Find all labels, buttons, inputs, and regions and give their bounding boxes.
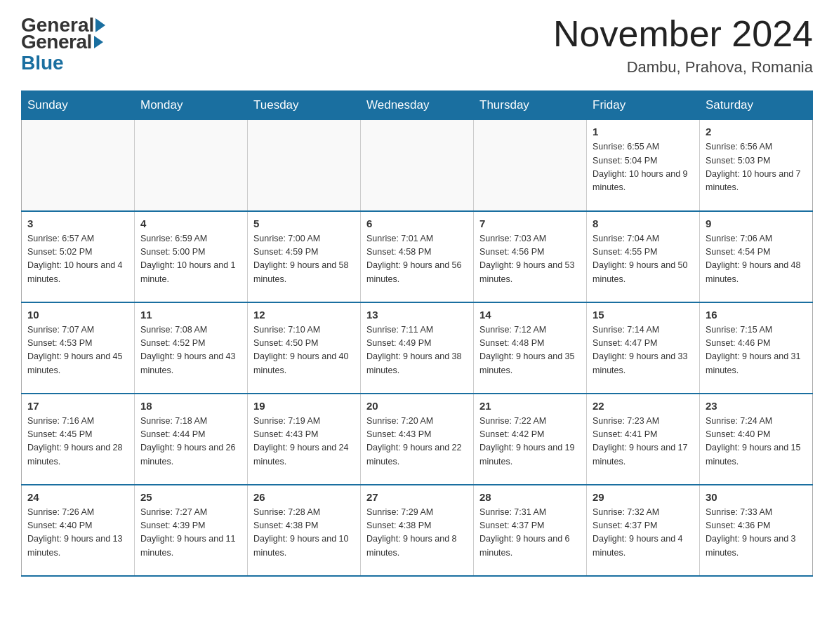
logo: General General Blue bbox=[21, 14, 107, 74]
calendar-cell: 26Sunrise: 7:28 AM Sunset: 4:38 PM Dayli… bbox=[248, 485, 361, 576]
day-number: 19 bbox=[253, 400, 355, 412]
title-area: November 2024 Dambu, Prahova, Romania bbox=[553, 14, 813, 76]
col-header-tuesday: Tuesday bbox=[248, 91, 361, 120]
day-number: 27 bbox=[366, 491, 468, 503]
calendar-cell: 13Sunrise: 7:11 AM Sunset: 4:49 PM Dayli… bbox=[361, 302, 474, 394]
logo-arrow-icon bbox=[95, 18, 105, 32]
day-number: 29 bbox=[593, 491, 694, 503]
calendar-cell: 24Sunrise: 7:26 AM Sunset: 4:40 PM Dayli… bbox=[22, 485, 135, 576]
calendar-cell: 7Sunrise: 7:03 AM Sunset: 4:56 PM Daylig… bbox=[474, 211, 587, 302]
logo-general-text2: General bbox=[21, 31, 92, 53]
calendar-cell: 21Sunrise: 7:22 AM Sunset: 4:42 PM Dayli… bbox=[474, 394, 587, 485]
day-info: Sunrise: 7:20 AM Sunset: 4:43 PM Dayligh… bbox=[366, 415, 468, 469]
calendar-cell bbox=[361, 120, 474, 211]
calendar-week-row: 24Sunrise: 7:26 AM Sunset: 4:40 PM Dayli… bbox=[22, 485, 813, 576]
calendar-cell: 4Sunrise: 6:59 AM Sunset: 5:00 PM Daylig… bbox=[135, 211, 248, 302]
day-info: Sunrise: 6:57 AM Sunset: 5:02 PM Dayligh… bbox=[27, 232, 128, 287]
calendar-cell: 22Sunrise: 7:23 AM Sunset: 4:41 PM Dayli… bbox=[587, 394, 700, 485]
day-info: Sunrise: 7:06 AM Sunset: 4:54 PM Dayligh… bbox=[706, 232, 807, 287]
day-info: Sunrise: 7:10 AM Sunset: 4:50 PM Dayligh… bbox=[253, 323, 355, 378]
day-number: 18 bbox=[140, 400, 241, 412]
calendar-cell: 23Sunrise: 7:24 AM Sunset: 4:40 PM Dayli… bbox=[700, 394, 813, 485]
day-info: Sunrise: 7:27 AM Sunset: 4:39 PM Dayligh… bbox=[140, 506, 241, 561]
page-header: General General Blue November 2024 Dambu… bbox=[21, 14, 813, 76]
day-number: 11 bbox=[140, 309, 241, 321]
day-number: 14 bbox=[479, 309, 581, 321]
calendar-table: SundayMondayTuesdayWednesdayThursdayFrid… bbox=[21, 90, 813, 577]
day-number: 1 bbox=[593, 126, 694, 137]
day-number: 15 bbox=[593, 309, 694, 321]
calendar-cell: 18Sunrise: 7:18 AM Sunset: 4:44 PM Dayli… bbox=[135, 394, 248, 485]
day-info: Sunrise: 6:59 AM Sunset: 5:00 PM Dayligh… bbox=[140, 232, 241, 287]
calendar-cell: 8Sunrise: 7:04 AM Sunset: 4:55 PM Daylig… bbox=[587, 211, 700, 302]
logo-blue-text: Blue bbox=[21, 52, 64, 74]
day-number: 5 bbox=[253, 217, 355, 229]
calendar-cell: 12Sunrise: 7:10 AM Sunset: 4:50 PM Dayli… bbox=[248, 302, 361, 394]
day-info: Sunrise: 6:56 AM Sunset: 5:03 PM Dayligh… bbox=[706, 140, 807, 195]
day-info: Sunrise: 7:14 AM Sunset: 4:47 PM Dayligh… bbox=[593, 323, 694, 378]
calendar-cell: 29Sunrise: 7:32 AM Sunset: 4:37 PM Dayli… bbox=[587, 485, 700, 576]
day-info: Sunrise: 7:19 AM Sunset: 4:43 PM Dayligh… bbox=[253, 415, 355, 469]
day-number: 22 bbox=[593, 400, 694, 412]
day-info: Sunrise: 7:01 AM Sunset: 4:58 PM Dayligh… bbox=[366, 232, 468, 287]
day-info: Sunrise: 7:33 AM Sunset: 4:36 PM Dayligh… bbox=[706, 506, 807, 561]
day-info: Sunrise: 7:31 AM Sunset: 4:37 PM Dayligh… bbox=[479, 506, 581, 561]
calendar-week-row: 1Sunrise: 6:55 AM Sunset: 5:04 PM Daylig… bbox=[22, 120, 813, 211]
day-info: Sunrise: 7:29 AM Sunset: 4:38 PM Dayligh… bbox=[366, 506, 468, 561]
day-number: 8 bbox=[593, 217, 694, 229]
calendar-cell bbox=[248, 120, 361, 211]
day-number: 16 bbox=[706, 309, 807, 321]
col-header-friday: Friday bbox=[587, 91, 700, 120]
day-number: 20 bbox=[366, 400, 468, 412]
day-info: Sunrise: 7:03 AM Sunset: 4:56 PM Dayligh… bbox=[479, 232, 581, 287]
day-number: 13 bbox=[366, 309, 468, 321]
col-header-saturday: Saturday bbox=[700, 91, 813, 120]
day-number: 21 bbox=[479, 400, 581, 412]
day-number: 6 bbox=[366, 217, 468, 229]
calendar-week-row: 3Sunrise: 6:57 AM Sunset: 5:02 PM Daylig… bbox=[22, 211, 813, 302]
day-number: 9 bbox=[706, 217, 807, 229]
calendar-cell: 25Sunrise: 7:27 AM Sunset: 4:39 PM Dayli… bbox=[135, 485, 248, 576]
day-number: 4 bbox=[140, 217, 241, 229]
day-number: 25 bbox=[140, 491, 241, 503]
day-info: Sunrise: 6:55 AM Sunset: 5:04 PM Dayligh… bbox=[593, 140, 694, 195]
col-header-wednesday: Wednesday bbox=[361, 91, 474, 120]
calendar-cell: 30Sunrise: 7:33 AM Sunset: 4:36 PM Dayli… bbox=[700, 485, 813, 576]
calendar-cell bbox=[22, 120, 135, 211]
calendar-cell: 28Sunrise: 7:31 AM Sunset: 4:37 PM Dayli… bbox=[474, 485, 587, 576]
calendar-cell: 9Sunrise: 7:06 AM Sunset: 4:54 PM Daylig… bbox=[700, 211, 813, 302]
day-info: Sunrise: 7:11 AM Sunset: 4:49 PM Dayligh… bbox=[366, 323, 468, 378]
day-number: 28 bbox=[479, 491, 581, 503]
calendar-cell: 2Sunrise: 6:56 AM Sunset: 5:03 PM Daylig… bbox=[700, 120, 813, 211]
col-header-sunday: Sunday bbox=[22, 91, 135, 120]
day-number: 24 bbox=[27, 491, 128, 503]
calendar-cell: 17Sunrise: 7:16 AM Sunset: 4:45 PM Dayli… bbox=[22, 394, 135, 485]
col-header-thursday: Thursday bbox=[474, 91, 587, 120]
day-info: Sunrise: 7:28 AM Sunset: 4:38 PM Dayligh… bbox=[253, 506, 355, 561]
calendar-cell: 11Sunrise: 7:08 AM Sunset: 4:52 PM Dayli… bbox=[135, 302, 248, 394]
calendar-title: November 2024 bbox=[553, 14, 813, 54]
calendar-cell: 19Sunrise: 7:19 AM Sunset: 4:43 PM Dayli… bbox=[248, 394, 361, 485]
day-number: 23 bbox=[706, 400, 807, 412]
calendar-cell: 15Sunrise: 7:14 AM Sunset: 4:47 PM Dayli… bbox=[587, 302, 700, 394]
logo-triangle-icon bbox=[94, 36, 103, 48]
calendar-cell: 3Sunrise: 6:57 AM Sunset: 5:02 PM Daylig… bbox=[22, 211, 135, 302]
day-info: Sunrise: 7:12 AM Sunset: 4:48 PM Dayligh… bbox=[479, 323, 581, 378]
calendar-week-row: 10Sunrise: 7:07 AM Sunset: 4:53 PM Dayli… bbox=[22, 302, 813, 394]
day-number: 26 bbox=[253, 491, 355, 503]
calendar-cell: 10Sunrise: 7:07 AM Sunset: 4:53 PM Dayli… bbox=[22, 302, 135, 394]
calendar-cell: 20Sunrise: 7:20 AM Sunset: 4:43 PM Dayli… bbox=[361, 394, 474, 485]
day-info: Sunrise: 7:00 AM Sunset: 4:59 PM Dayligh… bbox=[253, 232, 355, 287]
calendar-cell: 27Sunrise: 7:29 AM Sunset: 4:38 PM Dayli… bbox=[361, 485, 474, 576]
calendar-cell bbox=[474, 120, 587, 211]
col-header-monday: Monday bbox=[135, 91, 248, 120]
day-info: Sunrise: 7:23 AM Sunset: 4:41 PM Dayligh… bbox=[593, 415, 694, 469]
day-info: Sunrise: 7:22 AM Sunset: 4:42 PM Dayligh… bbox=[479, 415, 581, 469]
day-info: Sunrise: 7:24 AM Sunset: 4:40 PM Dayligh… bbox=[706, 415, 807, 469]
calendar-cell: 16Sunrise: 7:15 AM Sunset: 4:46 PM Dayli… bbox=[700, 302, 813, 394]
day-info: Sunrise: 7:15 AM Sunset: 4:46 PM Dayligh… bbox=[706, 323, 807, 378]
day-info: Sunrise: 7:07 AM Sunset: 4:53 PM Dayligh… bbox=[27, 323, 128, 378]
day-number: 17 bbox=[27, 400, 128, 412]
calendar-week-row: 17Sunrise: 7:16 AM Sunset: 4:45 PM Dayli… bbox=[22, 394, 813, 485]
day-number: 10 bbox=[27, 309, 128, 321]
